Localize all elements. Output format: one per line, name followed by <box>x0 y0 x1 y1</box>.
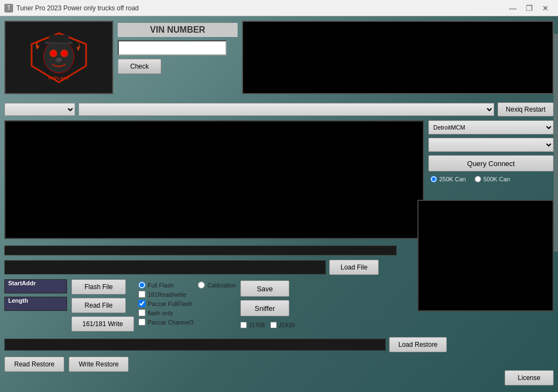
logo-image: REFLASH <box>18 28 100 88</box>
file-path-input[interactable] <box>4 260 326 274</box>
close-button[interactable]: ✕ <box>537 2 554 15</box>
bottom-area: Load Restore Read Restore Write Restore … <box>0 335 558 392</box>
load-file-button[interactable]: Load File <box>329 260 379 275</box>
svg-rect-8 <box>49 35 69 42</box>
checkboxes-section: Full Flash 181Read/write Paccar FullFlas… <box>138 279 193 326</box>
can-500k-radio[interactable] <box>475 176 481 182</box>
minimize-button[interactable]: — <box>505 2 521 15</box>
svg-point-6 <box>56 58 62 62</box>
svg-text:REFLASH: REFLASH <box>48 76 69 81</box>
restore-bar: Load Restore <box>0 335 558 354</box>
j1708-option[interactable]: J1708 <box>240 322 265 328</box>
j1708-label: J1708 <box>248 322 265 328</box>
paccar-full-checkbox[interactable] <box>138 300 145 307</box>
main-display <box>4 120 424 239</box>
right-mini-display <box>417 200 554 311</box>
nexiq-restart-button[interactable]: Nexiq Restart <box>498 102 554 117</box>
paccar-full-option[interactable]: Paccar FullFlash <box>138 300 193 307</box>
flash-only-option[interactable]: flash only <box>138 309 193 316</box>
can-500k-option[interactable]: 500K Can <box>475 176 510 182</box>
connection-dropdown-2[interactable] <box>78 103 494 116</box>
vin-section: VIN NUMBER Check <box>118 21 238 96</box>
flash-only-checkbox[interactable] <box>138 309 145 316</box>
full-flash-label: Full Flash <box>148 282 174 289</box>
query-connect-button[interactable]: Query Connect <box>428 155 554 171</box>
restore-button[interactable]: ❐ <box>521 2 537 15</box>
can-250k-option[interactable]: 250K Can <box>430 176 466 182</box>
paccar-ch3-checkbox[interactable] <box>138 318 145 326</box>
flash-file-button[interactable]: Flash File <box>71 279 126 295</box>
restore-progress-bar <box>4 339 386 351</box>
paccar-full-label: Paccar FullFlash <box>148 301 192 307</box>
load-restore-button[interactable]: Load Restore <box>389 337 447 352</box>
svg-point-5 <box>62 51 66 56</box>
paccar-ch3-label: Paccar Channel3 <box>148 319 193 326</box>
vin-label: VIN NUMBER <box>118 23 238 37</box>
can-250k-label: 250K Can <box>439 176 466 182</box>
license-button[interactable]: License <box>505 370 554 385</box>
paccar-ch3-option[interactable]: Paccar Channel3 <box>138 318 193 326</box>
sniffer-button[interactable]: Sniffer <box>240 300 289 316</box>
start-addr-display: StartAddr <box>4 279 67 293</box>
full-flash-radio[interactable] <box>138 281 145 289</box>
detroit-dropdown[interactable]: DetroitMCM <box>428 120 554 134</box>
progress-bar <box>4 246 397 255</box>
j1939-label: J1939 <box>278 322 295 328</box>
right-scrollbar[interactable] <box>554 34 558 252</box>
flash-only-label: flash only <box>148 310 173 316</box>
vin-input[interactable] <box>118 40 227 56</box>
calibration-label: Calibration <box>207 282 236 289</box>
app-icon: T <box>4 4 13 13</box>
svg-point-1 <box>44 40 74 73</box>
j-options: J1708 J1939 <box>240 322 295 328</box>
action-buttons: Flash File Read File 161/181 Write <box>71 279 134 332</box>
save-button[interactable]: Save <box>240 280 289 297</box>
logo-area: REFLASH <box>4 21 113 94</box>
read-file-button[interactable]: Read File <box>71 298 126 313</box>
titlebar: T Tuner Pro 2023 Power only trucks off r… <box>0 0 558 16</box>
write-restore-button[interactable]: Write Restore <box>69 357 129 372</box>
save-sniffer-section: Save Sniffer J1708 J1939 <box>240 279 295 328</box>
calibration-option[interactable]: Calibration <box>198 281 236 289</box>
j1939-checkbox[interactable] <box>270 322 277 328</box>
181-read-label: 181Read/write <box>148 291 186 298</box>
j1939-option[interactable]: J1939 <box>270 322 295 328</box>
calibration-radio[interactable] <box>198 281 205 289</box>
length-display: Length <box>4 297 67 311</box>
restore-buttons: Read Restore Write Restore <box>0 354 558 374</box>
write-button[interactable]: 161/181 Write <box>71 316 134 332</box>
connection-dropdown-1[interactable] <box>4 103 75 116</box>
181-read-checkbox[interactable] <box>138 291 145 298</box>
can-options: 250K Can 500K Can <box>428 175 554 183</box>
check-button[interactable]: Check <box>118 59 161 74</box>
main-window: REFLASH VIN NUMBER Check Nexiq Restart <box>0 16 558 392</box>
address-section: StartAddr Length <box>4 279 67 311</box>
connection-row: Nexiq Restart <box>0 101 558 118</box>
full-flash-option[interactable]: Full Flash <box>138 281 193 289</box>
can-250k-radio[interactable] <box>430 176 437 182</box>
window-title: Tuner Pro 2023 Power only trucks off roa… <box>16 4 505 12</box>
j1708-checkbox[interactable] <box>240 322 247 328</box>
calibration-section: Calibration <box>198 279 236 289</box>
181-read-option[interactable]: 181Read/write <box>138 291 193 298</box>
top-section: REFLASH VIN NUMBER Check <box>0 16 558 101</box>
sub-dropdown[interactable] <box>428 138 554 152</box>
vin-display-area <box>242 21 554 94</box>
svg-point-4 <box>51 51 56 56</box>
can-500k-label: 500K Can <box>483 176 510 182</box>
read-restore-button[interactable]: Read Restore <box>4 357 64 372</box>
